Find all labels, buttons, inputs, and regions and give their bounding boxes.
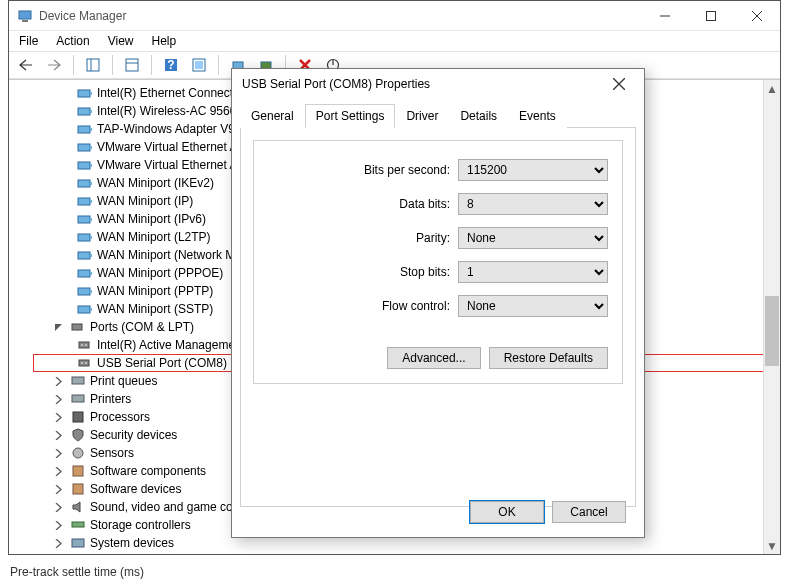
scroll-thumb[interactable] — [765, 296, 779, 366]
tree-item-label: Storage controllers — [90, 518, 191, 532]
expand-icon[interactable] — [53, 484, 64, 495]
expand-icon[interactable] — [53, 538, 64, 549]
svg-rect-6 — [87, 59, 99, 71]
forward-button[interactable] — [43, 54, 65, 76]
tree-item-label: WAN Miniport (SSTP) — [97, 302, 213, 316]
svg-rect-56 — [73, 466, 83, 476]
svg-rect-43 — [78, 306, 90, 313]
category-icon — [70, 409, 86, 425]
back-button[interactable] — [15, 54, 37, 76]
window-controls — [642, 1, 780, 30]
expand-icon[interactable] — [53, 466, 64, 477]
collapse-icon[interactable] — [53, 322, 64, 333]
tree-item-label: Intel(R) Ethernet Connection — [97, 86, 249, 100]
svg-rect-30 — [90, 182, 92, 185]
tree-item-label: USB Serial Port (COM8) — [97, 356, 227, 370]
svg-rect-35 — [78, 234, 90, 241]
menu-file[interactable]: File — [19, 34, 38, 48]
advanced-button[interactable]: Advanced... — [387, 347, 480, 369]
svg-point-47 — [81, 344, 83, 346]
window-title: Device Manager — [39, 9, 642, 23]
svg-rect-41 — [78, 288, 90, 295]
flow-label: Flow control: — [382, 299, 450, 313]
svg-rect-40 — [90, 272, 92, 275]
svg-rect-39 — [78, 270, 90, 277]
svg-rect-59 — [72, 539, 84, 547]
network-adapter-icon — [77, 175, 93, 191]
tab-driver[interactable]: Driver — [395, 104, 449, 128]
menu-view[interactable]: View — [108, 34, 134, 48]
bps-select[interactable]: 115200 — [458, 159, 608, 181]
svg-rect-19 — [78, 90, 90, 97]
ok-button[interactable]: OK — [470, 501, 544, 523]
category-icon — [70, 427, 86, 443]
port-icon — [77, 355, 93, 371]
cancel-button[interactable]: Cancel — [552, 501, 626, 523]
expand-icon[interactable] — [53, 502, 64, 513]
expand-icon[interactable] — [53, 430, 64, 441]
flow-select[interactable]: None — [458, 295, 608, 317]
show-hide-tree-button[interactable] — [82, 54, 104, 76]
scroll-down-icon[interactable]: ▼ — [764, 537, 780, 554]
tree-item-label: WAN Miniport (Network M — [97, 248, 235, 262]
tab-events[interactable]: Events — [508, 104, 567, 128]
scan-button[interactable] — [188, 54, 210, 76]
tree-item-label: Intel(R) Active Management — [97, 338, 245, 352]
tree-item-label: WAN Miniport (PPPOE) — [97, 266, 223, 280]
category-icon — [70, 445, 86, 461]
tab-panel: Bits per second: 115200 Data bits: 8 Par… — [240, 127, 636, 507]
expand-icon[interactable] — [53, 394, 64, 405]
restore-defaults-button[interactable]: Restore Defaults — [489, 347, 608, 369]
bps-label: Bits per second: — [364, 163, 450, 177]
tree-item-label: Security devices — [90, 428, 177, 442]
network-adapter-icon — [77, 121, 93, 137]
network-adapter-icon — [77, 229, 93, 245]
help-button[interactable]: ? — [160, 54, 182, 76]
tab-general[interactable]: General — [240, 104, 305, 128]
category-icon — [70, 535, 86, 551]
svg-rect-32 — [90, 200, 92, 203]
close-button[interactable] — [734, 1, 780, 30]
vertical-scrollbar[interactable]: ▲ ▼ — [763, 80, 780, 554]
network-adapter-icon — [77, 211, 93, 227]
category-icon — [70, 373, 86, 389]
expand-icon[interactable] — [53, 412, 64, 423]
parity-select[interactable]: None — [458, 227, 608, 249]
dialog-tabs: General Port Settings Driver Details Eve… — [232, 99, 644, 127]
tree-item-label: VMware Virtual Ethernet Ad — [97, 140, 244, 154]
svg-rect-21 — [78, 108, 90, 115]
svg-rect-53 — [72, 395, 84, 402]
databits-select[interactable]: 8 — [458, 193, 608, 215]
svg-rect-33 — [78, 216, 90, 223]
properties-button[interactable] — [121, 54, 143, 76]
expand-icon[interactable] — [53, 448, 64, 459]
databits-label: Data bits: — [399, 197, 450, 211]
svg-rect-13 — [195, 61, 203, 69]
expand-icon[interactable] — [53, 520, 64, 531]
minimize-button[interactable] — [642, 1, 688, 30]
ports-icon — [70, 319, 86, 335]
port-icon — [77, 337, 93, 353]
category-icon — [70, 481, 86, 497]
tree-item-label: Intel(R) Wireless-AC 9560 1 — [97, 104, 246, 118]
menu-help[interactable]: Help — [152, 34, 177, 48]
dialog-title: USB Serial Port (COM8) Properties — [242, 77, 604, 91]
svg-rect-0 — [19, 11, 31, 19]
tree-item-label: VMware Virtual Ethernet Ad — [97, 158, 244, 172]
dialog-close-button[interactable] — [604, 69, 634, 99]
svg-rect-28 — [90, 164, 92, 167]
stopbits-select[interactable]: 1 — [458, 261, 608, 283]
scroll-up-icon[interactable]: ▲ — [764, 80, 780, 97]
menu-action[interactable]: Action — [56, 34, 89, 48]
tab-port-settings[interactable]: Port Settings — [305, 104, 396, 128]
svg-rect-44 — [90, 308, 92, 311]
tab-details[interactable]: Details — [449, 104, 508, 128]
tree-item-label: TAP-Windows Adapter V9 — [97, 122, 235, 136]
svg-rect-26 — [90, 146, 92, 149]
network-adapter-icon — [77, 157, 93, 173]
svg-point-55 — [73, 448, 83, 458]
expand-icon[interactable] — [53, 376, 64, 387]
network-adapter-icon — [77, 139, 93, 155]
maximize-button[interactable] — [688, 1, 734, 30]
tree-item-label: Print queues — [90, 374, 157, 388]
